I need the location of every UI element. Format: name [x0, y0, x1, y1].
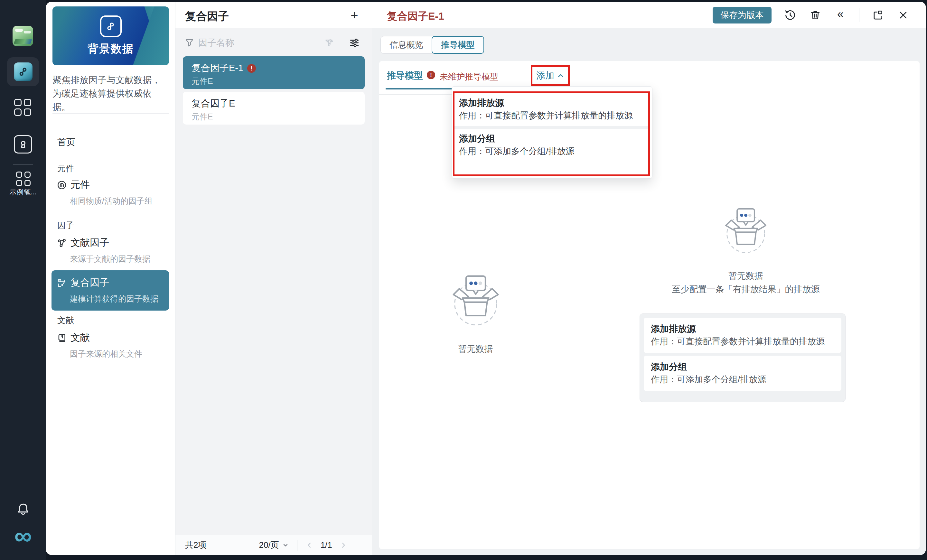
- option-card-add-emission-source[interactable]: 添加排放源 作用：可直接配置参数并计算排放量的排放源: [644, 318, 841, 353]
- option-title: 添加分组: [651, 361, 835, 373]
- menu-item-add-emission-source[interactable]: 添加排放源 作用：可直接配置参数并计算排放量的排放源: [454, 93, 648, 126]
- nav-item-home[interactable]: 首页: [57, 136, 75, 148]
- collapse-panel-icon[interactable]: «: [834, 9, 847, 21]
- molecule-icon: [57, 238, 67, 248]
- total-count: 共2项: [185, 539, 206, 551]
- add-button-annotation-box: 添加: [531, 65, 570, 86]
- page-size-value: 20/页: [259, 539, 279, 551]
- list-item-subtitle: 元件E: [191, 76, 213, 87]
- add-options-help-box: 添加排放源 作用：可直接配置参数并计算排放量的排放源 添加分组 作用：可添加多个…: [640, 313, 846, 402]
- module-description: 聚焦排放因子与文献数据，为碳足迹核算提供权威依据。: [52, 73, 169, 114]
- list-title: 复合因子: [185, 9, 229, 24]
- nav-section-factor: 因子: [57, 220, 74, 231]
- active-tab-indicator: [386, 88, 454, 90]
- option-card-add-group[interactable]: 添加分组 作用：可添加多个分组/排放源: [644, 356, 841, 391]
- menu-item-title: 添加分组: [459, 133, 645, 144]
- nav-item-title: 文献因子: [70, 236, 109, 249]
- warning-badge: !: [427, 71, 435, 79]
- pagination-bar: 共2项 20/页 1/1: [175, 535, 372, 555]
- module-nav-panel: 背景数据 聚焦排放因子与文献数据，为碳足迹核算提供权威依据。 首页 元件 元件 …: [46, 2, 175, 555]
- history-icon[interactable]: [784, 9, 797, 21]
- save-as-version-button[interactable]: 保存为版本: [713, 7, 772, 23]
- menu-item-add-group[interactable]: 添加分组 作用：可添加多个分组/排放源: [454, 129, 648, 162]
- delete-icon[interactable]: [809, 9, 822, 21]
- menu-item-title: 添加排放源: [459, 97, 645, 109]
- tab-derivation-model[interactable]: 推导模型: [432, 36, 484, 54]
- menu-annotation-box: 添加排放源 作用：可直接配置参数并计算排放量的排放源 添加分组 作用：可添加多个…: [453, 91, 650, 176]
- filter-row: 因子名称: [175, 34, 372, 52]
- nav-item-title: 复合因子: [70, 276, 109, 289]
- add-dropdown-menu: 添加排放源 作用：可直接配置参数并计算排放量的排放源 添加分组 作用：可添加多个…: [451, 86, 652, 179]
- nav-item-component[interactable]: 元件 相同物质/活动的因子组: [52, 178, 169, 206]
- nav-item-title: 文献: [70, 331, 90, 344]
- app-window: 背景数据 聚焦排放因子与文献数据，为碳足迹核算提供权威依据。 首页 元件 元件 …: [46, 2, 926, 555]
- factor-list-panel: 复合因子 + 因子名称: [175, 2, 372, 555]
- clear-filter-icon[interactable]: [324, 37, 335, 48]
- share-nodes-icon: [18, 66, 29, 77]
- nav-section-literature: 文献: [57, 315, 74, 326]
- menu-item-desc: 作用：可添加多个分组/排放源: [459, 146, 645, 157]
- right-empty-text: 暂无数据 至少配置一条「有排放结果」的排放源: [572, 269, 919, 296]
- rail-item-sample-notes[interactable]: [16, 171, 30, 186]
- empty-box-icon: [448, 273, 503, 328]
- background-data-app-icon: [14, 62, 32, 81]
- menu-item-desc: 作用：可直接配置参数并计算排放量的排放源: [459, 110, 645, 121]
- option-desc: 作用：可添加多个分组/排放源: [651, 374, 835, 385]
- component-icon: [57, 180, 67, 190]
- option-desc: 作用：可直接配置参数并计算排放量的排放源: [651, 336, 835, 347]
- add-factor-button[interactable]: +: [345, 6, 363, 24]
- page-size-select[interactable]: 20/页: [259, 539, 289, 551]
- rail-item-apps-grid[interactable]: [14, 99, 31, 116]
- nav-item-composite-factor[interactable]: 复合因子 建模计算获得的因子数据: [52, 270, 169, 311]
- sample-notes-label[interactable]: 示例笔...: [0, 187, 46, 197]
- model-section-title: 推导模型: [387, 70, 423, 82]
- nav-item-title: 元件: [70, 178, 90, 191]
- nav-item-subtitle: 相同物质/活动的因子组: [52, 196, 169, 206]
- chevron-up-icon: [557, 72, 564, 79]
- nav-item-subtitle: 因子来源的相关文件: [52, 349, 169, 359]
- close-icon[interactable]: [897, 9, 910, 21]
- add-button[interactable]: 添加: [536, 70, 554, 82]
- nav-item-subtitle: 建模计算获得的因子数据: [52, 293, 169, 304]
- prev-page-button[interactable]: [306, 542, 313, 549]
- keyhole-icon: [19, 140, 27, 149]
- empty-text: 暂无数据: [572, 269, 919, 282]
- workspace-logo[interactable]: [12, 26, 33, 46]
- module-banner: 背景数据: [52, 6, 169, 65]
- chevron-down-icon: [282, 542, 289, 548]
- rail-item-background-data[interactable]: [7, 57, 39, 86]
- funnel-icon: [185, 38, 194, 47]
- open-in-new-icon[interactable]: [872, 9, 884, 21]
- warning-badge: !: [247, 64, 256, 73]
- empty-box-icon: [721, 206, 770, 255]
- brand-infinity-logo[interactable]: ∞: [0, 525, 46, 547]
- nav-item-literature-factor[interactable]: 文献因子 来源于文献的因子数据: [52, 236, 169, 264]
- display-settings-icon[interactable]: [349, 38, 360, 48]
- rail-divider: [13, 164, 33, 165]
- factor-name-filter-input[interactable]: 因子名称: [185, 34, 234, 52]
- list-item-composite-E[interactable]: 复合因子E 元件E: [183, 92, 365, 124]
- model-icon: [57, 278, 67, 288]
- derivation-model-panel: 推导模型 ! 未维护推导模型 添加 添加排放源 作用：可直接配置参数并计算排放量…: [379, 61, 919, 549]
- menu-separator: [454, 126, 648, 129]
- share-nodes-icon: [100, 15, 122, 37]
- notifications-bell-icon[interactable]: [17, 502, 30, 516]
- divider: [859, 8, 859, 22]
- rail-item-lock[interactable]: [14, 135, 32, 153]
- next-page-button[interactable]: [340, 542, 347, 549]
- tab-info-overview[interactable]: 信息概览: [381, 36, 432, 53]
- list-item-composite-E-1[interactable]: 复合因子E-1 ! 元件E: [183, 56, 365, 89]
- book-icon: [57, 333, 67, 343]
- empty-text: 暂无数据: [379, 343, 572, 355]
- page-indicator: 1/1: [321, 540, 332, 550]
- banner-title: 背景数据: [88, 41, 134, 56]
- warning-text: 未维护推导模型: [440, 71, 498, 82]
- divider: [297, 540, 298, 551]
- detail-area: 复合因子E-1 保存为版本 «: [372, 2, 926, 555]
- divider: [52, 113, 169, 114]
- nav-item-literature[interactable]: 文献 因子来源的相关文件: [52, 331, 169, 359]
- nav-item-subtitle: 来源于文献的因子数据: [52, 253, 169, 264]
- list-item-title: 复合因子E: [191, 97, 235, 110]
- detail-title: 复合因子E-1: [387, 9, 444, 23]
- option-title: 添加排放源: [651, 323, 835, 335]
